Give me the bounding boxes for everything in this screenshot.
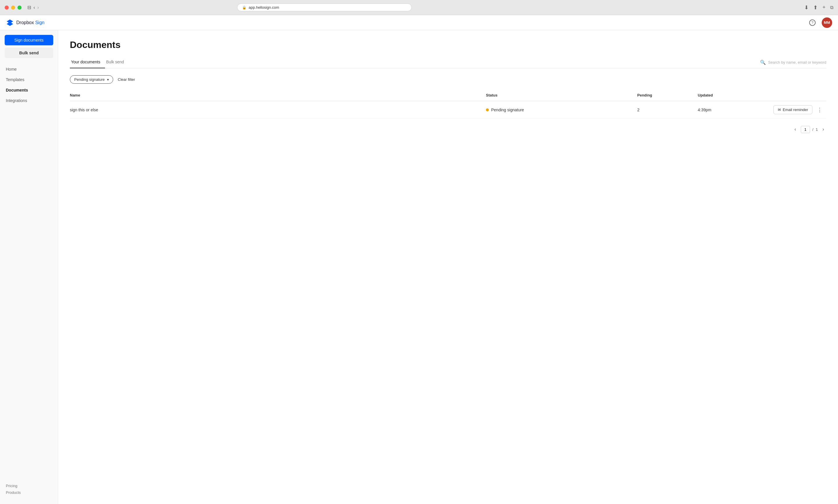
logo-dropbox: Dropbox [16, 20, 34, 25]
back-button[interactable]: ‹ [33, 5, 35, 10]
download-icon[interactable]: ⬇ [804, 4, 809, 11]
logo-sign: Sign [35, 20, 45, 25]
page-separator: / [813, 127, 814, 132]
chevron-down-icon: ▾ [107, 78, 109, 82]
sidebar-pricing[interactable]: Pricing [6, 484, 52, 488]
new-tab-icon[interactable]: + [822, 4, 825, 11]
col-header-pending: Pending [637, 91, 698, 101]
avatar[interactable]: MM [822, 17, 832, 28]
col-header-updated: Updated [698, 91, 773, 101]
documents-table: Name Status Pending Updated sign this or… [70, 91, 826, 119]
sidebar-item-templates[interactable]: Templates [0, 74, 58, 85]
sidebar-top: Sign documents Bulk send [0, 35, 58, 58]
more-options-button[interactable]: ⋮ [815, 106, 825, 114]
logo: Dropbox Sign [6, 19, 45, 27]
traffic-lights [5, 5, 21, 10]
logo-icon [6, 19, 14, 27]
main-content: Documents Your documents Bulk send 🔍 Sea… [58, 30, 838, 504]
sidebar-item-home[interactable]: Home [0, 64, 58, 74]
address-bar[interactable]: 🔒 app.hellosign.com [237, 3, 412, 11]
sign-documents-button[interactable]: Sign documents [5, 35, 53, 46]
clear-filter-button[interactable]: Clear filter [118, 77, 135, 82]
total-pages: 1 [816, 127, 818, 132]
browser-controls: ⊟ ‹ › [27, 5, 39, 10]
traffic-light-yellow[interactable] [11, 5, 15, 10]
pagination: ‹ 1 / 1 › [70, 126, 826, 133]
sidebar-item-documents[interactable]: Documents [0, 85, 58, 95]
filter-label: Pending signature [74, 77, 105, 82]
sidebar-item-integrations[interactable]: Integrations [0, 95, 58, 106]
app-container: Dropbox Sign ? MM Sign documents Bulk se… [0, 15, 838, 504]
status-label: Pending signature [491, 108, 524, 112]
share-icon[interactable]: ⬆ [813, 4, 818, 11]
col-header-actions [773, 91, 826, 101]
table-body: sign this or else Pending signature 2 4:… [70, 101, 826, 119]
email-icon: ✉ [778, 108, 781, 112]
sidebar-products[interactable]: Products [6, 490, 52, 495]
prev-page-button[interactable]: ‹ [792, 126, 798, 133]
browser-chrome: ⊟ ‹ › 🔒 app.hellosign.com ⬇ ⬆ + ⧉ [0, 0, 838, 15]
top-nav: Dropbox Sign ? MM [0, 15, 838, 30]
doc-updated: 4:39pm [698, 101, 773, 119]
search-placeholder[interactable]: Search by name, email or keyword [768, 60, 826, 65]
bulk-send-button[interactable]: Bulk send [5, 48, 53, 58]
url-text: app.hellosign.com [249, 5, 279, 10]
main-layout: Sign documents Bulk send Home Templates … [0, 30, 838, 504]
doc-actions: ✉ Email reminder ⋮ [773, 101, 826, 119]
doc-name: sign this or else [70, 101, 486, 119]
filter-bar: Pending signature ▾ Clear filter [70, 75, 826, 84]
forward-button[interactable]: › [37, 5, 39, 10]
status-dot [486, 108, 489, 111]
col-header-name: Name [70, 91, 486, 101]
help-icon: ? [809, 19, 816, 26]
sidebar-toggle-icon[interactable]: ⊟ [27, 5, 31, 10]
search-area: 🔍 Search by name, email or keyword [760, 59, 826, 68]
traffic-light-red[interactable] [5, 5, 9, 10]
tabs-icon[interactable]: ⧉ [830, 5, 833, 10]
next-page-button[interactable]: › [820, 126, 826, 133]
col-header-status: Status [486, 91, 637, 101]
browser-actions: ⬇ ⬆ + ⧉ [804, 4, 833, 11]
traffic-light-green[interactable] [17, 5, 21, 10]
table-row: sign this or else Pending signature 2 4:… [70, 101, 826, 119]
logo-text: Dropbox Sign [16, 20, 45, 25]
tab-bulk-send[interactable]: Bulk send [105, 57, 129, 68]
lock-icon: 🔒 [242, 5, 246, 10]
doc-pending: 2 [637, 101, 698, 119]
table-header: Name Status Pending Updated [70, 91, 826, 101]
doc-status: Pending signature [486, 101, 637, 119]
top-nav-right: ? MM [808, 17, 832, 28]
sidebar-nav: Home Templates Documents Integrations [0, 64, 58, 479]
page-title: Documents [70, 39, 826, 50]
current-page[interactable]: 1 [801, 126, 810, 133]
sidebar: Sign documents Bulk send Home Templates … [0, 30, 58, 504]
tabs-bar: Your documents Bulk send 🔍 Search by nam… [70, 57, 826, 68]
search-icon: 🔍 [760, 59, 766, 65]
email-reminder-button[interactable]: ✉ Email reminder [773, 105, 813, 114]
sidebar-bottom: Pricing Products [0, 479, 58, 499]
tab-your-documents[interactable]: Your documents [70, 57, 105, 68]
status-filter-dropdown[interactable]: Pending signature ▾ [70, 75, 113, 84]
help-button[interactable]: ? [808, 18, 817, 27]
